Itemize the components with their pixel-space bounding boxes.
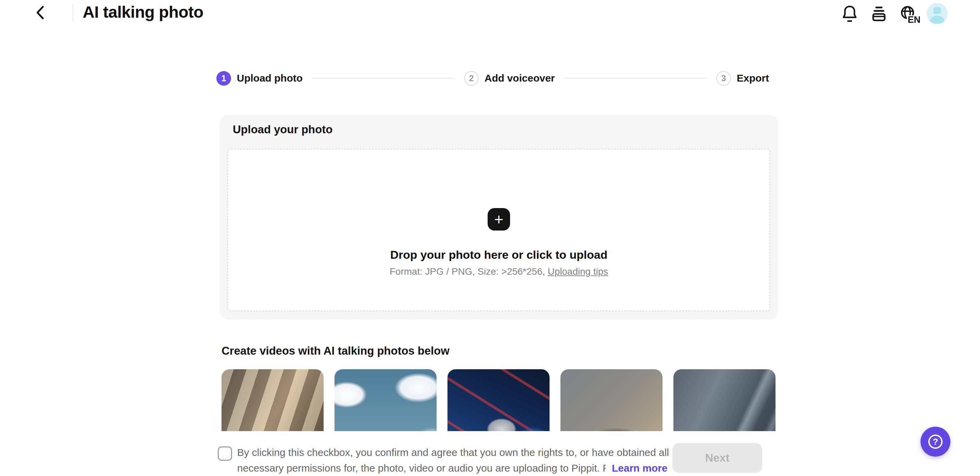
step-2-label: Add voiceover [485,72,555,84]
step-3-circle: 3 [716,71,731,86]
sample-photo-toddler-headphones[interactable] [560,369,662,431]
gallery-title: Create videos with AI talking photos bel… [221,344,450,357]
photo-dropzone[interactable]: + Drop your photo here or click to uploa… [227,149,770,311]
consent-line1: By clicking this checkbox, you confirm a… [237,445,669,460]
sample-photo-anime-character[interactable] [673,369,775,431]
header-actions: EN [842,0,948,27]
next-button[interactable]: Next [672,443,762,473]
upload-card-title: Upload your photo [233,123,332,136]
consent-line2: necessary permissions for, the photo, vi… [237,460,606,476]
assets-button[interactable] [872,5,886,23]
help-button[interactable]: ? [920,427,950,457]
sample-photo-strip [221,369,780,431]
notifications-button[interactable] [842,5,857,23]
language-label: EN [907,15,920,24]
storage-box-icon [872,5,886,23]
stepper-connector [312,78,454,79]
plus-icon: + [495,211,504,227]
consent-text: By clicking this checkbox, you confirm a… [237,445,669,476]
sample-photo-cherub-angel-sky[interactable] [334,369,437,431]
sample-photo-dj-blue-stage[interactable] [447,369,550,431]
step-3-label: Export [737,72,769,84]
step-2-circle: 2 [464,71,479,86]
avatar[interactable] [927,3,948,24]
header: AI talking photo [0,0,980,27]
upload-plus-button[interactable]: + [488,208,510,230]
ai-talking-photo-page: AI talking photo [0,0,980,476]
step-add-voiceover[interactable]: 2 Add voiceover [464,71,555,86]
step-export[interactable]: 3 Export [716,71,769,86]
learn-more-link[interactable]: Learn more [612,460,667,476]
chevron-left-icon [34,5,46,21]
stepper-connector [565,78,707,79]
step-1-label: Upload photo [237,72,302,84]
footer-bar: By clicking this checkbox, you confirm a… [0,431,980,476]
consent-checkbox[interactable] [218,446,232,461]
sample-photo-elderly-woman-airplane[interactable] [221,369,324,431]
page-title: AI talking photo [83,3,204,21]
step-1-circle: 1 [216,71,231,86]
bell-icon [842,5,857,23]
format-text: Format: JPG / PNG, Size: >256*256, [390,266,548,277]
dropzone-subtext: Format: JPG / PNG, Size: >256*256, Uploa… [390,266,608,277]
step-upload-photo[interactable]: 1 Upload photo [216,71,302,86]
question-mark-icon: ? [928,435,943,449]
uploading-tips-link[interactable]: Uploading tips [548,266,608,277]
upload-card: Upload your photo + Drop your photo here… [220,115,778,320]
language-button[interactable]: EN [900,5,916,22]
back-button[interactable] [32,4,48,22]
dropzone-headline: Drop your photo here or click to upload [390,248,608,262]
stepper: 1 Upload photo 2 Add voiceover 3 Export [216,71,769,86]
title-divider [73,5,73,21]
user-avatar-icon [927,3,948,24]
